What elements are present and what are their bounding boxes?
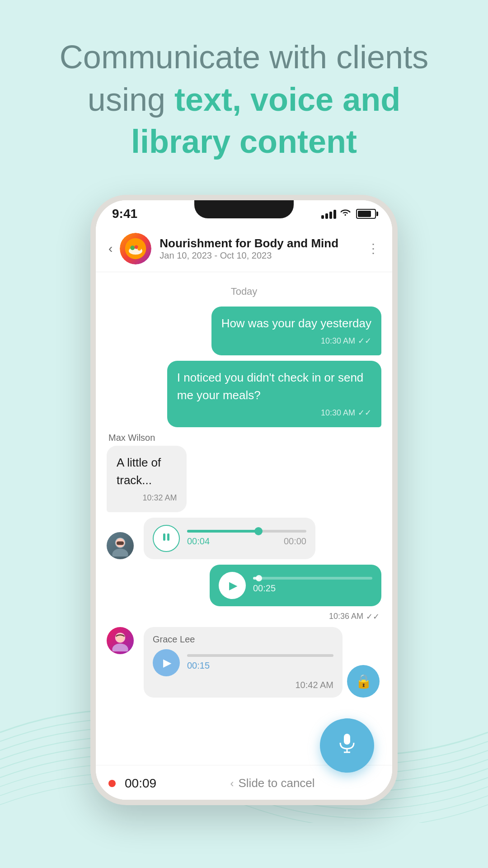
chat-header: ‹ Nourishment for Body and Mind [96, 226, 392, 272]
received-group-3: Max Wilson A little of track... 10:32 AM [107, 433, 210, 512]
avatar-woman-bg [107, 627, 134, 654]
header-section: Communicate with clients using text, voi… [0, 0, 488, 186]
message-row-1: How was your day yesterday 10:30 AM ✓✓ [107, 307, 381, 355]
more-button[interactable]: ⋮ [367, 241, 380, 256]
message-row-voice1: 00:04 00:00 [107, 518, 381, 559]
message-bubble-1: How was your day yesterday 10:30 AM ✓✓ [211, 307, 381, 355]
voice-current-time-2: 00:25 [253, 583, 276, 594]
svg-rect-14 [344, 734, 350, 745]
message-meta-3: 10:32 AM [117, 492, 177, 504]
phone-frame: 9:41 ‹ [90, 195, 398, 805]
header-line2-plain: using [88, 81, 174, 118]
mic-button[interactable] [320, 718, 374, 773]
phone-screen: 9:41 ‹ [96, 200, 392, 800]
voice2-checks: ✓✓ [366, 612, 380, 622]
battery-fill [358, 211, 371, 217]
chat-name: Nourishment for Body and Mind [160, 236, 367, 250]
voice2-meta: 10:36 AM ✓✓ [107, 612, 381, 622]
svg-point-2 [131, 245, 135, 250]
grace-voice-bubble: Grace Lee ▶ 00:15 [144, 627, 343, 698]
voice-current-time-1: 00:04 [187, 536, 210, 547]
sender-name-max: Max Wilson [108, 433, 210, 443]
svg-rect-8 [117, 541, 124, 545]
slide-text: Slide to cancel [238, 776, 314, 790]
voice-waveform-1 [187, 530, 306, 533]
svg-point-4 [137, 247, 141, 250]
play-button-grace[interactable]: ▶ [153, 649, 180, 676]
message-meta-1: 10:30 AM ✓✓ [221, 335, 371, 347]
date-divider: Today [107, 286, 381, 297]
voice-time-row-2: 00:25 [253, 583, 372, 594]
chevron-left-icon: ‹ [230, 777, 234, 790]
phone-notch [194, 200, 294, 218]
voice-progress-1 [187, 530, 258, 533]
signal-bar-1 [321, 215, 324, 219]
phone-wrapper: 9:41 ‹ [0, 186, 488, 805]
user-avatar-grace [107, 627, 138, 654]
svg-point-12 [112, 643, 128, 651]
voice-progress-dot-1 [254, 527, 263, 535]
grace-current-time: 00:15 [187, 660, 210, 671]
voice-progress-dot-2 [256, 575, 262, 581]
grace-voice-waveform [187, 654, 333, 657]
chat-body[interactable]: Today How was your day yesterday 10:30 A… [96, 272, 392, 765]
header-line1: Communicate with clients [60, 39, 428, 75]
voice2-time: 10:36 AM [329, 612, 363, 622]
recording-dot [108, 780, 116, 787]
chat-dates: Jan 10, 2023 - Oct 10, 2023 [160, 250, 367, 261]
message-meta-2: 10:30 AM ✓✓ [177, 407, 371, 419]
signal-bar-3 [329, 212, 332, 219]
message-row-2: I noticed you didn't check in or send me… [107, 361, 381, 427]
header-text: Communicate with clients using text, voi… [36, 36, 452, 163]
grace-row: Grace Lee ▶ 00:15 [107, 627, 381, 698]
svg-point-6 [112, 548, 128, 557]
check-marks-2: ✓✓ [358, 407, 371, 419]
svg-rect-10 [167, 533, 169, 541]
message-text-2: I noticed you didn't check in or send me… [177, 371, 364, 402]
play-button-2[interactable]: ▶ [219, 572, 246, 599]
lock-icon: 🔒 [355, 673, 372, 689]
pause-icon-1 [161, 532, 171, 545]
message-bubble-3: A little of track... 10:32 AM [107, 446, 187, 512]
battery-icon [356, 209, 376, 219]
voice-recording-bar: 00:09 ‹ Slide to cancel [108, 776, 380, 791]
message-bubble-2: I noticed you didn't check in or send me… [167, 361, 381, 427]
voice-message-2: ▶ 00:25 [210, 565, 381, 606]
grace-sender-name: Grace Lee [153, 634, 333, 645]
play-icon-2: ▶ [229, 579, 237, 592]
message-time-1: 10:30 AM [321, 335, 355, 347]
grace-time-bottom: 10:42 AM [153, 680, 333, 690]
voice-message-1: 00:04 00:00 [144, 518, 315, 559]
message-row-voice2: ▶ 00:25 [107, 565, 381, 606]
food-bowl-avatar [120, 233, 151, 264]
grace-avatar [107, 627, 134, 654]
voice-content-2: 00:25 [253, 577, 372, 594]
back-button[interactable]: ‹ [108, 241, 113, 256]
mic-button-wrapper [320, 718, 374, 773]
max-avatar [107, 532, 134, 559]
message-row-3: Max Wilson A little of track... 10:32 AM [107, 433, 381, 512]
header-line3-highlight: library content [131, 123, 357, 160]
avatar-man-bg [107, 532, 134, 559]
slide-to-cancel: ‹ Slide to cancel [165, 776, 380, 790]
signal-bar-2 [325, 213, 328, 219]
wifi-icon [341, 208, 352, 219]
grace-voice-row: ▶ 00:15 [153, 649, 333, 676]
signal-bar-4 [333, 210, 336, 219]
chat-info: Nourishment for Body and Mind Jan 10, 20… [160, 236, 367, 261]
grace-message-time: 10:42 AM [295, 680, 333, 690]
message-time-2: 10:30 AM [321, 407, 355, 419]
pause-button-1[interactable] [153, 525, 180, 552]
chat-avatar [120, 233, 151, 264]
signal-bars-icon [321, 209, 336, 219]
voice-waveform-2 [253, 577, 372, 580]
status-time: 9:41 [112, 207, 137, 221]
voice-time-row-1: 00:04 00:00 [187, 536, 306, 547]
mic-icon [336, 731, 358, 759]
message-time-3: 10:32 AM [142, 492, 177, 504]
grace-voice-time-row: 00:15 [187, 660, 333, 671]
voice-total-time-1: 00:00 [284, 536, 306, 547]
user-avatar-max [107, 532, 138, 559]
lock-button[interactable]: 🔒 [347, 665, 380, 698]
status-icons [321, 208, 376, 219]
